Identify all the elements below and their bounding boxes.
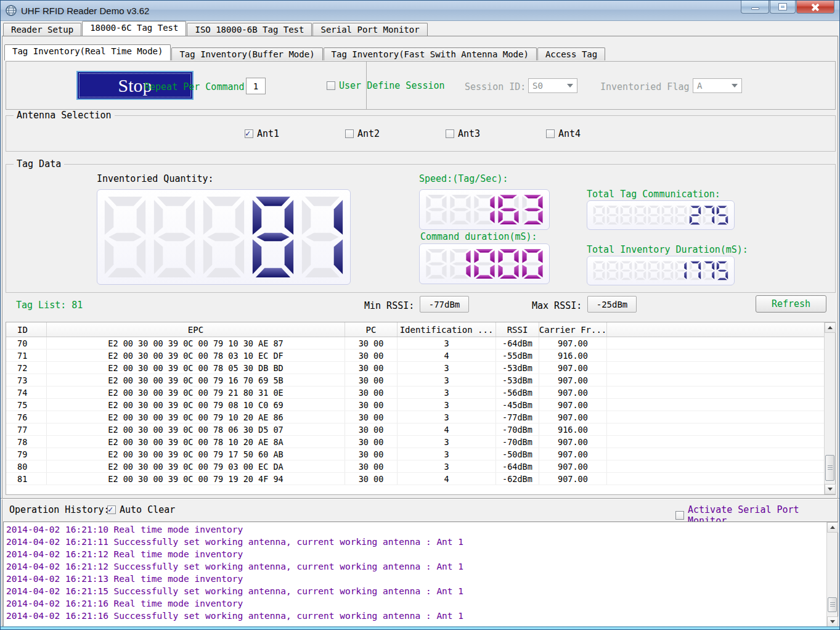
ant2-checkbox[interactable] [345, 129, 354, 138]
table-cell: 75 [6, 399, 47, 411]
table-cell: 907.00 [539, 337, 607, 349]
minimize-button[interactable] [741, 1, 769, 14]
antenna-option-ant4[interactable]: Ant4 [546, 128, 581, 139]
scroll-down-arrow-icon[interactable] [825, 484, 836, 494]
table-cell: 30 00 [345, 423, 398, 435]
tag-data-legend: Tag Data [14, 158, 64, 170]
tab-18000-6c-tag-test[interactable]: 18000-6C Tag Test [82, 21, 186, 36]
maximize-icon [779, 4, 786, 10]
table-cell: -55dBm [496, 350, 539, 361]
ant1-checkbox[interactable] [245, 129, 253, 138]
user-define-session-checkbox[interactable] [327, 81, 335, 90]
table-row[interactable]: 77E2 00 30 00 39 0C 00 78 06 30 D5 0730 … [6, 423, 824, 436]
column-header[interactable]: ID [6, 322, 47, 337]
table-cell: 907.00 [539, 436, 607, 448]
table-row[interactable]: 74E2 00 30 00 39 0C 00 79 21 80 31 0E30 … [6, 387, 824, 399]
repeat-per-command-label: Repeat Per Command [144, 81, 245, 92]
min-rssi-value: -77dBm [420, 296, 469, 313]
antenna-option-ant2[interactable]: Ant2 [345, 128, 380, 139]
session-id-dropdown[interactable]: S0 [528, 78, 577, 93]
table-row[interactable]: 73E2 00 30 00 39 0C 00 79 16 70 69 5B30 … [6, 374, 824, 387]
table-row[interactable]: 70E2 00 30 00 39 0C 00 79 10 30 AE 8730 … [6, 337, 824, 350]
tab-reader-setup[interactable]: Reader Setup [3, 23, 81, 36]
table-cell: 30 00 [345, 337, 398, 349]
table-cell: 30 00 [345, 350, 398, 361]
ant3-checkbox[interactable] [446, 129, 454, 138]
ant4-checkbox[interactable] [546, 129, 555, 138]
table-row[interactable]: 76E2 00 30 00 39 0C 00 79 10 20 AE 8630 … [6, 411, 824, 423]
subtab-tag-inventory-fast-swith-antenna-mode[interactable]: Tag Inventory(Fast Swith Antenna Mode) [324, 47, 537, 60]
total-communication-label: Total Tag Communication: [587, 189, 720, 200]
table-row[interactable]: 72E2 00 30 00 39 0C 00 78 05 30 DB BD30 … [6, 362, 824, 374]
activate-serial-port-monitor-checkbox[interactable] [675, 511, 684, 520]
table-row[interactable]: 75E2 00 30 00 39 0C 00 79 08 10 C0 6930 … [6, 399, 824, 411]
subtab-tag-inventory-buffer-mode[interactable]: Tag Inventory(Buffer Mode) [171, 47, 322, 60]
subtab-access-tag[interactable]: Access Tag [537, 47, 605, 60]
auto-clear-checkbox[interactable] [107, 505, 116, 514]
column-header[interactable]: Identification ... [398, 322, 496, 337]
inventoried-flag-label: Inventoried Flag [600, 81, 690, 92]
table-row[interactable]: 78E2 00 30 00 39 0C 00 78 10 20 AE 8A30 … [6, 436, 824, 448]
table-cell: 30 00 [345, 387, 398, 398]
inventoried-flag-dropdown[interactable]: A [693, 78, 742, 93]
table-cell: E2 00 30 00 39 0C 00 78 10 20 AE 8A [47, 436, 345, 448]
table-cell: E2 00 30 00 39 0C 00 79 17 50 60 AB [47, 448, 345, 460]
log-scrollbar[interactable] [826, 522, 838, 627]
subtab-tag-inventory-real-time-mode[interactable]: Tag Inventory(Real Time Mode) [4, 44, 171, 60]
ant3-label: Ant3 [458, 128, 480, 139]
table-cell: E2 00 30 00 39 0C 00 78 05 30 DB BD [47, 362, 345, 374]
table-row[interactable]: 80E2 00 30 00 39 0C 00 79 03 00 EC DA30 … [6, 460, 824, 473]
table-cell: 4 [398, 350, 496, 361]
separator [1, 498, 839, 499]
antenna-option-ant3[interactable]: Ant3 [446, 128, 480, 139]
table-cell: 77 [6, 423, 47, 435]
column-header[interactable]: Carrier Fr... [539, 322, 607, 337]
table-cell: -77dBm [496, 411, 539, 423]
antenna-selection-group: Antenna Selection Ant1Ant2Ant3Ant4 [6, 115, 836, 152]
titlebar: UHF RFID Reader Demo v3.62 [1, 1, 839, 21]
main-tab-bar: Reader Setup18000-6C Tag TestISO 18000-6… [3, 22, 428, 36]
ant2-label: Ant2 [357, 128, 380, 139]
column-header[interactable]: RSSI [496, 322, 539, 337]
antenna-option-ant1[interactable]: Ant1 [245, 128, 279, 139]
scroll-down-arrow-icon[interactable] [827, 616, 838, 627]
scroll-up-arrow-icon[interactable] [825, 322, 836, 333]
table-cell: 71 [6, 350, 47, 361]
table-scrollbar[interactable] [824, 322, 835, 494]
log-line: 2014-04-02 16:21:16 Real time mode inven… [6, 597, 825, 610]
tab-serial-port-monitor[interactable]: Serial Port Monitor [312, 23, 427, 36]
app-globe-icon [6, 5, 17, 16]
repeat-per-command-input[interactable] [246, 78, 266, 94]
ant4-label: Ant4 [558, 128, 581, 139]
table-scrollbar-thumb[interactable] [825, 455, 834, 481]
log-scrollbar-thumb[interactable] [828, 597, 837, 612]
table-cell: 30 00 [345, 473, 398, 485]
table-row[interactable]: 71E2 00 30 00 39 0C 00 78 03 10 EC DF30 … [6, 350, 824, 362]
table-cell: E2 00 30 00 39 0C 00 79 10 30 AE 87 [47, 337, 345, 349]
log-line: 2014-04-02 16:21:16 Successfully set wor… [6, 610, 825, 622]
scroll-up-arrow-icon[interactable] [827, 522, 838, 533]
table-row[interactable]: 81E2 00 30 00 39 0C 00 79 19 20 4F 9430 … [6, 473, 824, 485]
inventory-control-panel: Stop Repeat Per Command User Define Sess… [6, 61, 836, 110]
max-rssi-label: Max RSSI: [532, 300, 582, 311]
table-cell: E2 00 30 00 39 0C 00 79 08 10 C0 69 [47, 399, 345, 411]
column-header[interactable]: EPC [47, 322, 345, 337]
app-window: UHF RFID Reader Demo v3.62 Reader Setup1… [0, 0, 840, 630]
table-cell: 4 [398, 473, 496, 485]
max-rssi-value: -25dBm [587, 296, 637, 313]
speed-display [419, 189, 550, 230]
close-button[interactable] [796, 1, 834, 14]
refresh-button[interactable]: Refresh [756, 295, 826, 313]
table-row[interactable]: 79E2 00 30 00 39 0C 00 79 17 50 60 AB30 … [6, 448, 824, 460]
log-line: 2014-04-02 16:21:12 Successfully set wor… [6, 560, 825, 573]
table-cell: 916.00 [539, 423, 607, 435]
inventoried-flag-value: A [697, 81, 702, 91]
tag-list-count-label: Tag List: 81 [16, 300, 83, 311]
ant1-label: Ant1 [257, 128, 279, 139]
total-communication-display [587, 200, 735, 230]
tab-iso-18000-6b-tag-test[interactable]: ISO 18000-6B Tag Test [187, 23, 312, 36]
session-id-label: Session ID: [465, 81, 526, 92]
maximize-button[interactable] [770, 1, 796, 14]
column-header[interactable]: PC [345, 322, 398, 337]
table-cell: -62dBm [496, 473, 539, 485]
